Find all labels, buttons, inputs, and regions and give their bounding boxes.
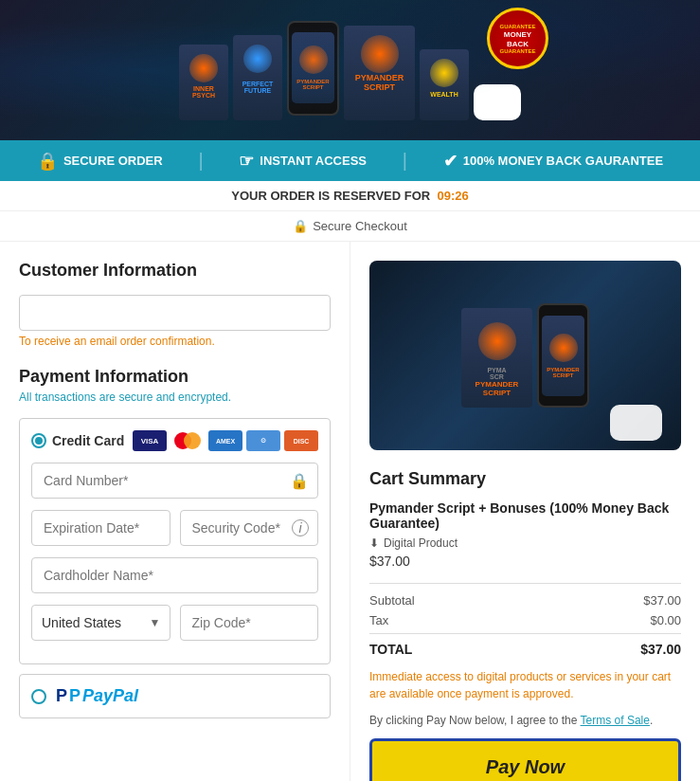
card-number-group: 🔒 (31, 463, 318, 499)
total-row: TOTAL $37.00 (369, 633, 681, 657)
cart-divider-1 (369, 583, 681, 584)
lock-icon: 🔒 (293, 219, 308, 233)
book-pymander-main: PYMANDERSCRIPT (344, 26, 415, 120)
check-icon: ✔ (443, 151, 458, 172)
discover-icon: DISC (284, 430, 318, 451)
pay-now-button[interactable]: Pay Now (369, 738, 681, 781)
payment-title: Payment Information (19, 367, 331, 387)
paypal-radio[interactable] (31, 689, 46, 704)
book-perfect-future: PERFECTFUTURE (233, 35, 282, 120)
trust-bar: 🔒 SECURE ORDER | ☞ INSTANT ACCESS | ✔ 10… (0, 140, 700, 181)
immediate-notice: Immediate access to digital products or … (369, 668, 681, 702)
payment-secure-note: All transactions are secure and encrypte… (19, 390, 331, 404)
cardholder-input[interactable] (31, 557, 318, 593)
amex-icon: AMEX (208, 430, 242, 451)
cart-summary: Cart Summary Pymander Script + Bonuses (… (369, 469, 681, 781)
trust-money-back: ✔ 100% MONEY BACK GAURANTEE (443, 151, 663, 172)
card-icons: VISA AMEX ⊙ DISC (133, 430, 318, 451)
expiry-group (31, 510, 171, 546)
paypal-method[interactable]: PP PayPal (19, 674, 331, 718)
book-wealth: WEALTH (420, 49, 469, 120)
terms-text: By clicking Pay Now below, I agree to th… (369, 714, 681, 727)
timer-bar: YOUR ORDER IS RESERVED FOR 09:26 (0, 181, 700, 211)
country-select[interactable]: United States (31, 605, 171, 641)
customer-info-section: Customer Information To receive an email… (19, 261, 331, 348)
mastercard-icon (171, 430, 205, 451)
tax-row: Tax $0.00 (369, 613, 681, 627)
product-price: $37.00 (369, 554, 681, 569)
credit-card-radio-label[interactable]: Credit Card (31, 433, 124, 448)
timer-countdown: 09:26 (437, 189, 468, 203)
secure-checkout-label: Secure Checkout (313, 219, 407, 233)
download-icon: ⬇ (369, 536, 379, 550)
main-content: Customer Information To receive an email… (0, 242, 700, 781)
trust-secure-order: 🔒 SECURE ORDER (37, 151, 163, 172)
card-number-input[interactable] (31, 463, 318, 499)
email-form-group: To receive an email order confirmation. (19, 295, 331, 348)
visa-icon: VISA (133, 430, 167, 451)
payment-info-section: Payment Information All transactions are… (19, 367, 331, 718)
cursor-icon: ☞ (239, 151, 254, 172)
hero-banner: INNERPSYCH PERFECTFUTURE PYMANDERSCRIPT … (0, 0, 700, 140)
digital-badge: ⬇ Digital Product (369, 536, 681, 550)
left-column: Customer Information To receive an email… (0, 242, 350, 781)
subtotal-row: Subtotal $37.00 (369, 593, 681, 608)
security-group: i (180, 510, 319, 546)
info-icon: i (292, 519, 309, 536)
terms-of-sale-link[interactable]: Terms of Sale (581, 714, 650, 727)
product-image: PYMASCR PYMANDERSCRIPT PYMANDERSCRIPT (369, 261, 681, 450)
trust-instant-access: ☞ INSTANT ACCESS (239, 151, 367, 172)
book-inner-psyche: INNERPSYCH (179, 45, 228, 120)
expiry-security-row: i (31, 510, 318, 557)
paypal-logo: PP PayPal (56, 686, 138, 706)
expiry-input[interactable] (31, 510, 171, 546)
credit-card-header: Credit Card VISA AMEX ⊙ DISC (31, 430, 318, 451)
country-select-wrap: United States ▼ (31, 605, 171, 641)
right-column: PYMASCR PYMANDERSCRIPT PYMANDERSCRIPT Ca… (350, 242, 700, 781)
country-group: United States ▼ (31, 605, 171, 641)
zip-input[interactable] (180, 605, 319, 641)
zip-group (180, 605, 319, 641)
shield-icon: 🔒 (37, 151, 58, 172)
cardholder-group (31, 557, 318, 593)
credit-card-radio[interactable] (31, 433, 46, 448)
email-input[interactable] (19, 295, 331, 331)
lock-card-icon: 🔒 (290, 472, 309, 490)
money-back-badge: GUARANTEE MONEY BACK GUARANTEE (487, 8, 548, 69)
secure-checkout-bar: 🔒 Secure Checkout (0, 211, 700, 242)
cart-title: Cart Summary (369, 469, 681, 489)
airpods-product (610, 405, 662, 441)
timer-label: YOUR ORDER IS RESERVED FOR (231, 189, 430, 203)
credit-card-method: Credit Card VISA AMEX ⊙ DISC (19, 418, 331, 664)
diners-icon: ⊙ (246, 430, 280, 451)
product-name: Pymander Script + Bonuses (100% Money Ba… (369, 500, 681, 531)
email-hint: To receive an email order confirmation. (19, 335, 331, 348)
customer-info-title: Customer Information (19, 261, 331, 281)
product-phone: PYMANDERSCRIPT (537, 303, 589, 408)
country-zip-row: United States ▼ (31, 605, 318, 652)
product-book-main: PYMASCR PYMANDERSCRIPT (461, 308, 532, 408)
